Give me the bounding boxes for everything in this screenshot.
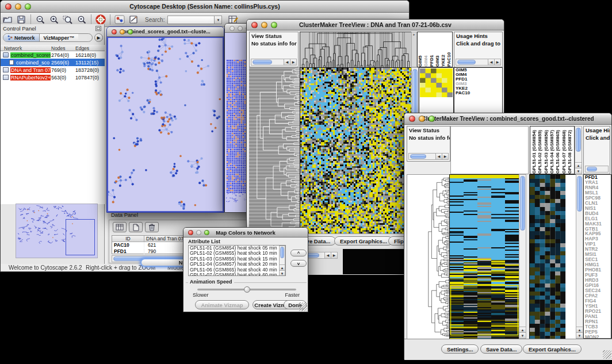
close-icon[interactable] [409,116,415,122]
scroll-right-icon[interactable]: ▶ [442,154,448,159]
zoom-window-icon[interactable] [271,22,277,28]
matrix-column-label[interactable]: YKE2 [441,32,446,67]
gene-label[interactable]: BUD4 [584,211,611,216]
scroll-down-icon[interactable]: ▼ [576,332,583,338]
column-dendrogram-canvas[interactable] [300,32,412,68]
save-icon[interactable] [14,14,28,25]
resize-grip[interactable] [299,302,307,311]
zoom-heatmap-canvas[interactable] [529,174,576,340]
view-status-hscrollbar[interactable]: ◀ ▶ [408,153,449,160]
trash-icon[interactable] [145,222,159,232]
help-lifering-icon[interactable] [94,14,108,25]
array-column-label[interactable]: GPL51-04 (GSM857) [549,127,555,174]
network-view-titlebar[interactable]: combined_scores_good.txt--cluste... [107,27,224,37]
array-column-label[interactable]: GPL51-01 (GSM854) [531,127,537,174]
matrix-column-label[interactable]: PAC10 [446,32,452,67]
close-icon[interactable] [5,3,12,10]
gene-label[interactable]: SPC98 [584,196,611,201]
matrix-row-label[interactable]: GIM3 [454,82,502,86]
new-document-icon[interactable] [129,222,143,232]
resize-grip[interactable] [603,350,611,359]
network-list-row[interactable]: DNA and Tran 07 769(0) 183728(0) [1,66,105,74]
scroll-right-icon[interactable]: ▶ [331,252,337,258]
view-status-hscrollbar[interactable]: ◀ ▶ [251,59,297,66]
minimize-icon[interactable] [15,3,21,10]
minimize-icon[interactable] [196,230,201,235]
gene-label[interactable]: MON2 [584,335,611,339]
matrix-row-label[interactable]: GIM4 [454,72,502,77]
zoom-in-icon[interactable] [47,14,61,25]
scroll-thumb[interactable] [520,176,525,231]
float-panel-icon[interactable] [95,26,101,31]
close-icon[interactable] [230,26,235,31]
usage-hints-hscrollbar[interactable]: ◀ ▶ [456,59,501,66]
scroll-up-icon[interactable]: ▲ [280,265,285,270]
array-column-label[interactable]: GPL51-08 (GSM872) [567,127,573,174]
array-column-label[interactable]: GPL51-07 (GSM868) [561,127,567,174]
close-icon[interactable] [112,29,117,35]
search-input[interactable] [167,16,215,24]
scroll-down-icon[interactable]: ▼ [575,168,582,174]
minimize-icon[interactable] [238,26,243,31]
zoom-window-icon[interactable] [429,116,435,122]
gene-label[interactable]: GPI16 [584,283,611,288]
network-overview-pane[interactable] [16,204,98,258]
gene-label[interactable]: MAK31 [584,221,611,227]
gene-label[interactable]: SEC24 [584,288,611,293]
gene-dendrogram-canvas[interactable] [249,67,300,233]
global-heatmap-canvas[interactable] [449,174,519,340]
labels-vscrollbar[interactable]: ▲ ▼ [575,126,582,174]
array-column-label[interactable]: GPL51-03 (GSM856) [544,127,549,174]
matrix-column-label[interactable]: GIM4 [423,32,429,67]
array-column-label[interactable]: GPL51-06 (GSM865) [555,127,561,174]
minimize-icon[interactable] [261,22,267,28]
gene-label[interactable]: CLN1 [584,201,611,206]
highlight-nodes-icon[interactable] [113,14,127,25]
usage-hints-hscrollbar[interactable] [585,166,609,173]
scroll-left-icon[interactable]: ◀ [435,154,442,159]
gene-label[interactable]: RNR4 [584,185,611,190]
matrix-row-label[interactable]: PAC10 [454,91,502,95]
attribute-table-icon[interactable] [113,222,127,232]
matrix-row-label[interactable]: GIM5 [454,68,502,72]
minimize-icon[interactable] [419,116,425,122]
animation-speed-slider[interactable] [197,289,296,290]
map-colors-titlebar[interactable]: Map Colors to Network [183,228,308,237]
network-list-row[interactable]: combined_scores 2764(0) 16218(0) [1,51,105,59]
gene-label[interactable]: NIS1 [584,206,611,211]
global-view-strip[interactable] [343,249,411,274]
scroll-up-icon[interactable]: ▲ [576,327,583,332]
gene-label[interactable]: HAP3 [584,236,611,242]
gene-label[interactable]: HMG1 [584,262,611,267]
scroll-thumb[interactable] [457,60,476,64]
matrix-column-label[interactable]: GIM5 [418,32,423,67]
gene-label[interactable]: RPN1 [584,319,611,324]
gene-label[interactable]: VIP1 [584,242,611,247]
close-icon[interactable] [251,22,258,28]
scroll-up-icon[interactable]: ▲ [519,327,526,332]
settings-button[interactable]: Settings... [441,344,479,354]
network-list-row[interactable]: RNAPuberNov2+ 563(0) 107847(0) [1,74,105,81]
tab-vizmapper[interactable]: VizMapper™ [40,34,79,41]
gene-label[interactable]: YSH1 [584,304,611,309]
zoom-window-icon[interactable] [128,29,133,35]
gene-label[interactable]: PHO81 [584,267,611,273]
network-list-row[interactable]: combined_sco 2569(6) 13112(15) [1,59,105,66]
export-graphics-button[interactable]: Export Graphics... [334,236,393,246]
zoom-matrix-canvas[interactable] [420,68,453,97]
treeview-dna-titlebar[interactable]: ClusterMaker TreeView : DNA and Tran 07-… [247,20,504,30]
table-col-id[interactable]: ID [112,236,144,242]
attribute-item[interactable]: GPL51-07 (GSM868) heat shock 60 min [189,273,285,276]
animate-vizmap-button[interactable]: Animate Vizmap [195,300,249,309]
matrix-row-label[interactable]: YKE2 [454,86,502,91]
network-overview-canvas[interactable] [16,204,97,258]
network-view-canvas[interactable] [108,38,223,211]
zoom-fit-icon[interactable] [75,14,89,25]
tab-network[interactable]: Network [3,34,40,41]
main-heatmap-canvas[interactable] [300,67,412,235]
array-column-label[interactable]: GPL51-02 (GSM855) [537,127,543,174]
annotation-icon[interactable] [127,14,140,25]
export-graphics-button[interactable]: Export Graphics... [523,344,582,354]
zoom-vscrollbar[interactable]: ▲ ▼ [576,174,583,339]
scroll-thumb[interactable] [253,60,272,64]
